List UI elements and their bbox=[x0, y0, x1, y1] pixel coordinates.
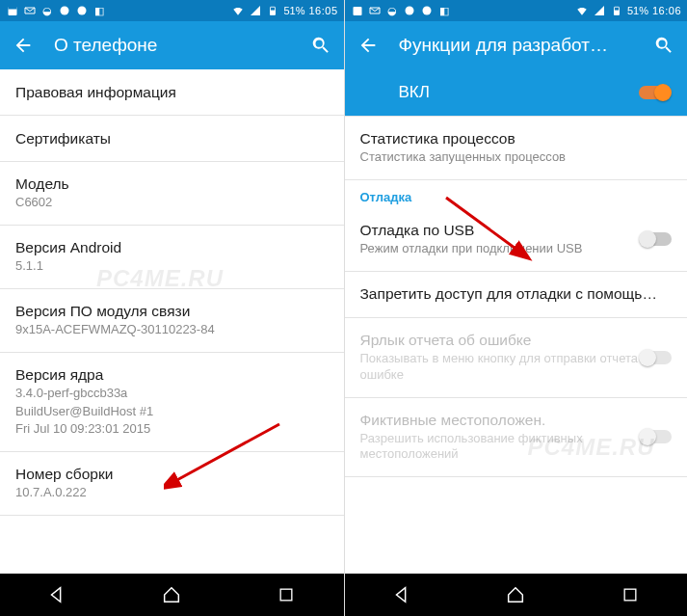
legal-info-label: Правовая информация bbox=[15, 84, 329, 101]
process-stats-label: Статистика процессов bbox=[360, 130, 673, 147]
usb-debugging-value: Режим отладки при подключении USB bbox=[360, 241, 673, 257]
usb-debugging-switch-off[interactable] bbox=[639, 230, 674, 248]
bugreport-switch-disabled bbox=[639, 349, 674, 366]
process-stats-value: Статистика запущенных процессов bbox=[360, 149, 673, 166]
android-version-value: 5.1.1 bbox=[15, 258, 329, 275]
bugreport-shortcut-value: Показывать в меню кнопку для отправки от… bbox=[360, 351, 673, 384]
kernel-row[interactable]: Версия ядра 3.4.0-perf-gbccb33a BuildUse… bbox=[0, 353, 344, 453]
kernel-line3: Fri Jul 10 09:23:01 2015 bbox=[15, 421, 329, 438]
wifi-icon bbox=[575, 4, 589, 17]
screen-developer-options: ◒ ◧ 51% 16:06 Функции для разработ… ВКЛ … bbox=[344, 0, 688, 616]
skype-icon bbox=[420, 4, 434, 17]
baseband-label: Версия ПО модуля связи bbox=[15, 303, 329, 320]
build-number-label: Номер сборки bbox=[15, 466, 329, 483]
process-stats-row[interactable]: Статистика процессов Статистика запущенн… bbox=[345, 117, 688, 180]
nav-recent-button[interactable] bbox=[619, 583, 642, 606]
status-bar: ◒ ◧ 51% 16:05 bbox=[0, 0, 344, 21]
build-number-value: 10.7.A.0.222 bbox=[15, 485, 329, 501]
kernel-label: Версия ядра bbox=[15, 366, 329, 384]
calendar-icon bbox=[6, 4, 19, 17]
usb-debugging-row[interactable]: Отладка по USB Режим отладки при подключ… bbox=[345, 208, 688, 272]
settings-list: Правовая информация Сертификаты Модель C… bbox=[0, 69, 344, 574]
svg-rect-7 bbox=[280, 589, 292, 601]
svg-rect-1 bbox=[9, 7, 17, 10]
bugreport-shortcut-label: Ярлык отчета об ошибке bbox=[360, 332, 673, 349]
viber-icon bbox=[403, 4, 416, 17]
svg-point-10 bbox=[422, 7, 431, 15]
svg-rect-5 bbox=[271, 11, 276, 14]
model-row[interactable]: Модель C6602 bbox=[0, 162, 344, 226]
search-button[interactable] bbox=[650, 32, 677, 59]
android-version-row[interactable]: Версия Android 5.1.1 bbox=[0, 226, 344, 289]
chat-icon: ◒ bbox=[40, 4, 54, 17]
signal-icon bbox=[249, 4, 262, 17]
battery-icon bbox=[610, 4, 623, 17]
gmail-icon bbox=[368, 4, 382, 17]
notification-icon: ◧ bbox=[92, 4, 106, 17]
baseband-row[interactable]: Версия ПО модуля связи 9x15A-ACEFWMAZQ-3… bbox=[0, 289, 344, 353]
battery-icon bbox=[266, 4, 279, 17]
chat-icon: ◒ bbox=[385, 4, 399, 17]
nav-home-button[interactable] bbox=[160, 583, 183, 606]
calendar-icon bbox=[351, 4, 364, 17]
master-toggle-label: ВКЛ bbox=[360, 83, 430, 102]
baseband-value: 9x15A-ACEFWMAZQ-30110223-84 bbox=[15, 322, 329, 338]
notification-icon: ◧ bbox=[437, 4, 451, 17]
mock-locations-label: Фиктивные местоположен. bbox=[360, 412, 673, 429]
model-label: Модель bbox=[15, 175, 329, 193]
model-value: C6602 bbox=[15, 195, 329, 211]
settings-list: Статистика процессов Статистика запущенн… bbox=[345, 117, 688, 574]
skype-icon bbox=[75, 4, 89, 17]
battery-percent: 51% bbox=[627, 5, 648, 16]
battery-percent: 51% bbox=[283, 5, 304, 16]
nav-home-button[interactable] bbox=[504, 583, 527, 606]
kernel-line1: 3.4.0-perf-gbccb33a bbox=[15, 386, 329, 402]
nav-bar bbox=[345, 574, 688, 616]
master-switch-on[interactable] bbox=[637, 84, 672, 101]
wifi-icon bbox=[231, 4, 245, 17]
nav-bar bbox=[0, 574, 344, 616]
usb-debugging-label: Отладка по USB bbox=[360, 222, 673, 239]
svg-point-9 bbox=[405, 7, 413, 15]
back-button[interactable] bbox=[10, 32, 37, 59]
svg-rect-8 bbox=[353, 7, 361, 15]
master-toggle-row[interactable]: ВКЛ bbox=[345, 69, 688, 117]
legal-info-row[interactable]: Правовая информация bbox=[0, 69, 344, 116]
nav-back-button[interactable] bbox=[390, 583, 413, 606]
app-bar: Функции для разработ… bbox=[345, 21, 688, 69]
page-title: Функции для разработ… bbox=[399, 35, 634, 56]
svg-point-3 bbox=[78, 7, 87, 15]
search-button[interactable] bbox=[307, 32, 334, 59]
mock-locations-switch-disabled bbox=[639, 428, 674, 445]
status-bar: ◒ ◧ 51% 16:06 bbox=[345, 0, 688, 21]
certificates-row[interactable]: Сертификаты bbox=[0, 116, 344, 162]
nav-back-button[interactable] bbox=[45, 583, 68, 606]
screen-about-phone: ◒ ◧ 51% 16:05 О телефоне Правовая информ… bbox=[0, 0, 344, 616]
app-bar: О телефоне bbox=[0, 21, 344, 69]
mock-locations-row: Фиктивные местоположен. Разрешить исполь… bbox=[345, 398, 688, 478]
kernel-line2: BuildUser@BuildHost #1 bbox=[15, 404, 329, 420]
svg-rect-12 bbox=[614, 11, 619, 14]
clock: 16:05 bbox=[308, 5, 337, 16]
section-header-debug: Отладка bbox=[345, 180, 688, 208]
android-version-label: Версия Android bbox=[15, 239, 329, 256]
bugreport-shortcut-row: Ярлык отчета об ошибке Показывать в меню… bbox=[345, 318, 688, 398]
svg-point-2 bbox=[61, 7, 69, 15]
gmail-icon bbox=[23, 4, 37, 17]
clock: 16:06 bbox=[652, 5, 681, 16]
revoke-access-row[interactable]: Запретить доступ для отладки с помощь… bbox=[345, 272, 688, 318]
mock-locations-value: Разрешить использование фиктивных местоп… bbox=[360, 431, 673, 464]
nav-recent-button[interactable] bbox=[275, 583, 298, 606]
svg-rect-14 bbox=[624, 589, 636, 601]
signal-icon bbox=[593, 4, 606, 17]
build-number-row[interactable]: Номер сборки 10.7.A.0.222 bbox=[0, 452, 344, 516]
certificates-label: Сертификаты bbox=[15, 130, 329, 147]
viber-icon bbox=[58, 4, 71, 17]
revoke-access-label: Запретить доступ для отладки с помощь… bbox=[360, 285, 673, 303]
back-button[interactable] bbox=[355, 32, 382, 59]
page-title: О телефоне bbox=[54, 35, 290, 56]
